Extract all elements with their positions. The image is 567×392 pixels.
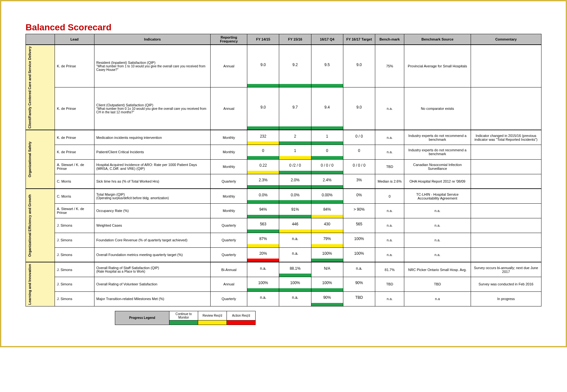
commentary-cell bbox=[471, 159, 541, 174]
metric-cell: 430 bbox=[311, 218, 343, 233]
commentary-cell bbox=[471, 218, 541, 233]
metric-cell: 9.0 bbox=[343, 87, 375, 130]
header-fy1415: FY 14/15 bbox=[247, 34, 279, 45]
metric-cell: 20% bbox=[247, 247, 279, 262]
commentary-cell: Survey was conducted in Feb 2016 bbox=[471, 277, 541, 291]
frequency-cell: Annual bbox=[211, 277, 247, 291]
category-cell: Organizational Safety bbox=[26, 130, 55, 189]
metric-cell: 0 / 0 / 0 bbox=[343, 159, 375, 174]
legend-item-2: Action Req'd bbox=[227, 311, 256, 320]
commentary-cell bbox=[471, 247, 541, 262]
metric-cell: 9.5 bbox=[311, 45, 343, 87]
source-cell: TBD bbox=[404, 277, 471, 291]
table-row: J. SimonsOverall Rating of Volunteer Sat… bbox=[26, 277, 541, 291]
lead-cell: A. Stewart / K. de Prinse bbox=[55, 159, 94, 174]
legend-label: Progress Legend bbox=[115, 311, 169, 325]
header-source: Benchmark Source bbox=[404, 34, 471, 45]
category-cell: Client/Family Centered Care and Service … bbox=[26, 45, 55, 130]
indicator-cell: Sick time hrs as (% of Total Worked Hrs) bbox=[94, 174, 211, 189]
table-row: Learning and InnovationJ. SimonsOverall … bbox=[26, 262, 541, 277]
metric-cell: 9.0 bbox=[343, 45, 375, 87]
table-row: Client/Family Centered Care and Service … bbox=[26, 45, 541, 87]
metric-cell: n.a. bbox=[247, 291, 279, 306]
indicator-cell: Overall Foundation metrics meeting quart… bbox=[94, 247, 211, 262]
benchmark-cell: 75% bbox=[375, 45, 404, 87]
indicator-cell: Occupancy Rate (%) bbox=[94, 203, 211, 218]
source-cell: Canadian Nosocomial Infection Surveillan… bbox=[404, 159, 471, 174]
metric-cell: 232 bbox=[247, 130, 279, 145]
metric-cell: n.a. bbox=[247, 262, 279, 277]
legend-color-yellow bbox=[198, 320, 227, 325]
header-freq: Reporting Frequency bbox=[211, 34, 247, 45]
metric-cell: n.a. bbox=[279, 233, 311, 247]
source-cell: Provincial Average for Small Hospitals bbox=[404, 45, 471, 87]
metric-cell: n.a. bbox=[343, 262, 375, 277]
metric-cell: 0 bbox=[343, 145, 375, 159]
table-row: J. SimonsFoundation Core Revenue (% of q… bbox=[26, 233, 541, 247]
metric-cell: 100% bbox=[343, 247, 375, 262]
metric-cell: 0.0% bbox=[247, 189, 279, 203]
header-commentary: Commentary bbox=[471, 34, 541, 45]
metric-cell: 0 / 0 / 0 bbox=[311, 159, 343, 174]
metric-cell: 100% bbox=[311, 247, 343, 262]
lead-cell: J. Simons bbox=[55, 277, 94, 291]
metric-cell: 9.0 bbox=[247, 87, 279, 130]
category-cell: Organizational Efficiency and Growth bbox=[26, 189, 55, 262]
table-row: C. MorrisSick time hrs as (% of Total Wo… bbox=[26, 174, 541, 189]
frequency-cell: Bi-Annual bbox=[211, 262, 247, 277]
benchmark-cell: TBD bbox=[375, 277, 404, 291]
table-row: K. de PrinsePatient/Client Critical Inci… bbox=[26, 145, 541, 159]
header-q4: 16/17 Q4 bbox=[311, 34, 343, 45]
table-row: Organizational Efficiency and GrowthC. M… bbox=[26, 189, 541, 203]
source-cell: n.a bbox=[404, 291, 471, 306]
metric-cell: 563 bbox=[247, 218, 279, 233]
metric-cell: 88.1% bbox=[279, 262, 311, 277]
header-fy1516: FY 15/16 bbox=[279, 34, 311, 45]
source-cell: No comparator exists bbox=[404, 87, 471, 130]
metric-cell: 0 bbox=[247, 145, 279, 159]
commentary-cell bbox=[471, 189, 541, 203]
metric-cell: 90% bbox=[311, 291, 343, 306]
indicator-cell: Overall Rating of Staff Satisfaction (QI… bbox=[94, 262, 211, 277]
indicator-cell: Patient/Client Critical Incidents bbox=[94, 145, 211, 159]
metric-cell: 9.0 bbox=[247, 45, 279, 87]
metric-cell: n.a. bbox=[279, 247, 311, 262]
commentary-cell bbox=[471, 233, 541, 247]
source-cell: Industry experts do not recommend a benc… bbox=[404, 145, 471, 159]
indicator-cell: Medication incidents requiring intervent… bbox=[94, 130, 211, 145]
commentary-cell bbox=[471, 174, 541, 189]
metric-cell: 100% bbox=[311, 277, 343, 291]
lead-cell: C. Morris bbox=[55, 189, 94, 203]
metric-cell: 91% bbox=[279, 203, 311, 218]
frequency-cell: Monthly bbox=[211, 203, 247, 218]
commentary-cell bbox=[471, 87, 541, 130]
header-lead: Lead bbox=[55, 34, 94, 45]
header-bench: Bench-mark bbox=[375, 34, 404, 45]
metric-cell: 94% bbox=[247, 203, 279, 218]
frequency-cell: Quarterly bbox=[211, 218, 247, 233]
commentary-cell: Indicator changed in 2015/16 (previous i… bbox=[471, 130, 541, 145]
legend-item-1: Review Req'd bbox=[198, 311, 227, 320]
metric-cell: 2.4% bbox=[311, 174, 343, 189]
source-cell: OHA Hospital Report 2012 re '08/09 bbox=[404, 174, 471, 189]
frequency-cell: Quarterly bbox=[211, 233, 247, 247]
metric-cell: 3% bbox=[343, 174, 375, 189]
lead-cell: J. Simons bbox=[55, 218, 94, 233]
source-cell: TC-LHIN - Hospital Service Accountabilit… bbox=[404, 189, 471, 203]
benchmark-cell: 81.7% bbox=[375, 262, 404, 277]
metric-cell: 100% bbox=[247, 277, 279, 291]
legend-color-red bbox=[227, 320, 256, 325]
header-blank bbox=[26, 34, 55, 45]
indicator-cell: Client (Outpatient) Satisfaction (QIP)"W… bbox=[94, 87, 211, 130]
page-title: Balanced Scorecard bbox=[26, 22, 541, 33]
table-row: K. de PrinseClient (Outpatient) Satisfac… bbox=[26, 87, 541, 130]
metric-cell: 0 bbox=[311, 145, 343, 159]
commentary-cell: Survey occurs bi-annually; next due June… bbox=[471, 262, 541, 277]
metric-cell: 2.3% bbox=[247, 174, 279, 189]
metric-cell: n.a. bbox=[279, 291, 311, 306]
frequency-cell: Monthly bbox=[211, 189, 247, 203]
source-cell: NRC Picker Ontario Small Hosp. Avg. bbox=[404, 262, 471, 277]
commentary-cell bbox=[471, 45, 541, 87]
indicator-cell: Weighted Cases bbox=[94, 218, 211, 233]
lead-cell: J. Simons bbox=[55, 247, 94, 262]
